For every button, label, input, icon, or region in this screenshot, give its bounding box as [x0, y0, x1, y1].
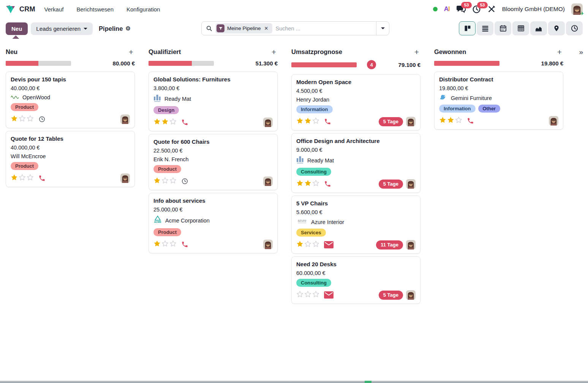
star-filled-icon[interactable] [447, 116, 454, 125]
kanban-card[interactable]: Quote for 12 Tables40.000,00 €Will McEnc… [6, 131, 135, 187]
chevron-down-icon [84, 28, 87, 30]
salesperson-avatar[interactable] [120, 114, 130, 124]
column-progressbar[interactable] [6, 61, 71, 66]
star-filled-icon[interactable] [161, 118, 169, 127]
menu-item-berichtswesen[interactable]: Berichtswesen [76, 6, 114, 13]
search-options-toggle[interactable] [376, 22, 389, 35]
salesperson-avatar[interactable] [263, 176, 273, 186]
column-progressbar[interactable] [149, 61, 214, 66]
activity-envelope-icon[interactable] [324, 241, 334, 248]
kanban-card[interactable]: Global Solutions: Furnitures3.800,00 €Re… [149, 72, 278, 131]
view-button-kanban[interactable] [459, 21, 476, 35]
kanban-card[interactable]: Info about services25.000,00 €ACMEAcme C… [149, 193, 278, 253]
activity-clock-icon[interactable] [181, 178, 188, 185]
star-empty-icon[interactable] [161, 240, 169, 249]
menu-item-konfiguration[interactable]: Konfiguration [126, 6, 160, 13]
star-empty-icon[interactable] [19, 115, 26, 124]
activity-phone-icon[interactable] [181, 119, 188, 126]
search-filter-facet[interactable]: Meine Pipeline ✕ [215, 23, 272, 33]
activity-envelope-icon[interactable] [324, 291, 334, 299]
kanban-card[interactable]: Office Design and Architecture9.000,00 €… [291, 133, 420, 193]
star-empty-icon[interactable] [304, 240, 311, 249]
add-record-button[interactable]: + [556, 48, 563, 56]
column-progressbar[interactable] [434, 61, 499, 66]
star-empty-icon[interactable] [296, 291, 303, 299]
salesperson-avatar[interactable] [406, 117, 416, 126]
star-empty-icon[interactable] [169, 177, 177, 186]
add-record-button[interactable]: + [127, 48, 135, 56]
activities-clock-icon[interactable]: 53 [472, 5, 481, 14]
kanban-card[interactable]: Distributor Contract19.800,00 €Gemini Fu… [434, 72, 563, 130]
view-button-activity[interactable] [566, 21, 583, 35]
add-record-button[interactable]: + [270, 48, 278, 56]
star-filled-icon[interactable] [11, 174, 18, 183]
settings-gear-icon[interactable]: ⚙ [125, 25, 130, 32]
star-filled-icon[interactable] [296, 180, 303, 188]
salesperson-avatar[interactable] [406, 240, 416, 250]
ai-icon[interactable]: AI [444, 5, 450, 13]
star-filled-icon[interactable] [153, 177, 161, 186]
column-progressbar[interactable] [291, 62, 357, 67]
salesperson-avatar[interactable] [263, 118, 273, 127]
star-filled-icon[interactable] [11, 115, 18, 124]
progress-segment-red[interactable] [149, 61, 192, 66]
progress-segment-red[interactable] [434, 61, 499, 66]
star-empty-icon[interactable] [312, 240, 319, 249]
view-button-map[interactable] [548, 21, 565, 35]
show-more-columns-chevron[interactable]: » [579, 48, 583, 56]
kanban-card[interactable]: Need 20 Desks60.000,00 €Consulting5 Tage [291, 256, 420, 304]
kanban-card[interactable]: Devis pour 150 tapis40.000,00 €OpenWoodP… [6, 72, 135, 128]
star-filled-icon[interactable] [439, 116, 446, 125]
star-empty-icon[interactable] [455, 116, 462, 125]
star-empty-icon[interactable] [304, 291, 311, 299]
activity-phone-icon[interactable] [324, 180, 331, 188]
company-switcher[interactable]: Bloomly GmbH (DEMO) [502, 6, 565, 13]
new-button[interactable]: Neu [6, 22, 28, 35]
add-record-button[interactable]: + [413, 48, 420, 56]
activity-phone-icon[interactable] [324, 118, 331, 125]
activity-phone-icon[interactable] [181, 241, 188, 248]
salesperson-avatar[interactable] [549, 116, 558, 126]
view-button-pivot[interactable] [512, 21, 529, 35]
star-filled-icon[interactable] [304, 180, 311, 188]
star-filled-icon[interactable] [153, 240, 161, 249]
star-empty-icon[interactable] [19, 174, 26, 183]
remove-filter-icon[interactable]: ✕ [264, 25, 269, 31]
star-filled-icon[interactable] [153, 118, 161, 127]
kanban-card[interactable]: 5 VP Chairs5.600,00 €azureAzure Interior… [291, 195, 420, 254]
view-button-list[interactable] [477, 21, 493, 35]
view-button-calendar[interactable] [495, 21, 511, 35]
view-button-graph[interactable] [530, 21, 547, 35]
star-filled-icon[interactable] [296, 117, 303, 126]
tools-icon[interactable] [487, 5, 496, 13]
activity-clock-icon[interactable] [38, 116, 46, 123]
star-empty-icon[interactable] [27, 174, 34, 183]
generate-leads-button[interactable]: Leads generieren [31, 22, 93, 35]
salesperson-avatar[interactable] [120, 173, 130, 183]
salesperson-avatar[interactable] [406, 290, 416, 300]
priority-stars [11, 115, 34, 124]
star-empty-icon[interactable] [312, 180, 319, 188]
star-empty-icon[interactable] [169, 118, 177, 127]
star-empty-icon[interactable] [312, 291, 319, 299]
app-name: CRM [19, 5, 35, 13]
crm-app-logo-icon[interactable] [5, 4, 16, 14]
progress-segment-red[interactable] [6, 61, 38, 66]
kanban-card[interactable]: Quote for 600 Chairs22.500,00 €Erik N. F… [149, 134, 278, 190]
kanban-card[interactable]: Modern Open Space4.500,00 €Henry JordanI… [291, 74, 420, 130]
star-empty-icon[interactable] [312, 117, 319, 126]
star-empty-icon[interactable] [161, 177, 169, 186]
messages-icon[interactable]: 53 [456, 5, 466, 13]
salesperson-avatar[interactable] [406, 179, 416, 189]
star-filled-icon[interactable] [304, 117, 311, 126]
user-avatar[interactable]: ✈ [571, 3, 583, 15]
star-empty-icon[interactable] [27, 115, 34, 124]
salesperson-avatar[interactable] [263, 240, 273, 249]
star-filled-icon[interactable] [296, 240, 303, 249]
star-empty-icon[interactable] [169, 240, 177, 249]
progress-segment-red[interactable] [291, 62, 357, 67]
activity-phone-icon[interactable] [467, 117, 474, 124]
activity-phone-icon[interactable] [38, 175, 46, 182]
menu-item-verkauf[interactable]: Verkauf [44, 6, 64, 13]
search-input[interactable] [272, 25, 376, 32]
